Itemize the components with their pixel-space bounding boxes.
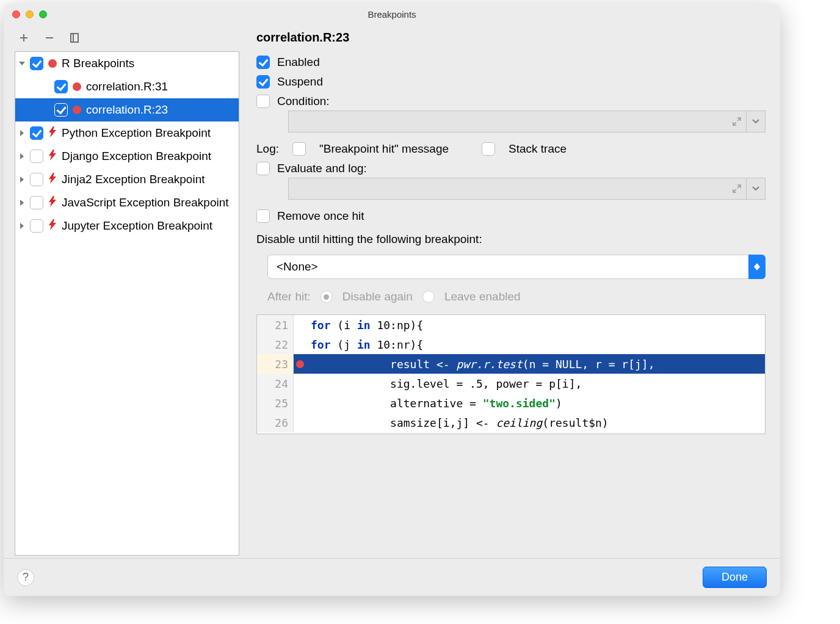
after-hit-leave-radio[interactable] xyxy=(422,291,435,303)
exception-bolt-icon xyxy=(47,197,58,208)
done-button[interactable]: Done xyxy=(703,567,767,588)
after-hit-label: After hit: xyxy=(267,290,311,303)
group-label: Jupyter Exception Breakpoint xyxy=(62,219,212,233)
tree-group[interactable]: JavaScript Exception Breakpoint xyxy=(15,191,239,214)
enabled-checkbox[interactable] xyxy=(256,56,270,69)
gutter[interactable]: 26 xyxy=(257,413,294,432)
disable-until-value: <None> xyxy=(277,260,318,274)
sidebar-toolbar xyxy=(4,24,242,51)
code-line: 24 sig.level = .5, power = p[i], xyxy=(257,374,765,393)
breakpoints-tree[interactable]: R Breakpointscorrelation.R:31correlation… xyxy=(15,51,239,556)
remove-once-hit-checkbox[interactable] xyxy=(256,209,270,223)
expand-icon[interactable] xyxy=(733,184,741,193)
gutter[interactable]: 22 xyxy=(257,335,294,354)
tree-group[interactable]: Jinja2 Exception Breakpoint xyxy=(15,168,239,191)
gutter[interactable]: 24 xyxy=(257,374,294,393)
item-checkbox[interactable] xyxy=(54,103,68,117)
gutter[interactable]: 21 xyxy=(257,315,294,335)
group-by-button[interactable] xyxy=(68,31,82,45)
item-checkbox[interactable] xyxy=(54,80,68,93)
group-label: R Breakpoints xyxy=(62,57,134,70)
code-line: 22 for (j in 10:nr){ xyxy=(257,335,765,354)
code-preview: 21 for (i in 10:np){22 for (j in 10:nr){… xyxy=(256,314,766,434)
svg-rect-0 xyxy=(46,37,53,38)
group-checkbox[interactable] xyxy=(30,57,43,70)
svg-rect-2 xyxy=(73,34,74,42)
code-text: samsize[i,j] <- ceiling(result$n) xyxy=(294,413,609,432)
code-text: sig.level = .5, power = p[i], xyxy=(294,374,582,393)
remove-once-hit-label: Remove once hit xyxy=(277,209,364,223)
tree-group[interactable]: Python Exception Breakpoint xyxy=(15,122,239,145)
code-text: alternative = "two.sided") xyxy=(294,393,562,413)
group-label: Python Exception Breakpoint xyxy=(62,126,211,140)
after-hit-disable-radio[interactable] xyxy=(320,291,333,303)
chevron-right-icon[interactable] xyxy=(18,153,26,159)
after-hit-row: After hit: Disable again Leave enabled xyxy=(267,290,766,303)
breakpoint-dot-icon xyxy=(71,81,82,92)
exception-bolt-icon xyxy=(47,128,58,139)
group-checkbox[interactable] xyxy=(30,219,43,233)
group-checkbox[interactable] xyxy=(30,173,43,186)
tree-group[interactable]: R Breakpoints xyxy=(15,52,239,75)
breakpoint-dot-icon xyxy=(47,58,58,69)
help-button[interactable]: ? xyxy=(17,569,34,586)
code-line: 23 result <- pwr.r.test(n = NULL, r = r[… xyxy=(257,354,765,374)
chevron-right-icon[interactable] xyxy=(18,223,26,229)
enabled-label: Enabled xyxy=(277,56,320,69)
item-label: correlation.R:23 xyxy=(86,103,168,117)
tree-group[interactable]: Jupyter Exception Breakpoint xyxy=(15,214,239,238)
tree-item[interactable]: correlation.R:31 xyxy=(15,75,239,98)
code-text: result <- pwr.r.test(n = NULL, r = r[j], xyxy=(294,354,765,374)
disable-until-select[interactable]: <None> xyxy=(267,255,766,279)
exception-bolt-icon xyxy=(47,151,58,162)
evaluate-log-input[interactable] xyxy=(288,178,746,200)
item-label: correlation.R:31 xyxy=(86,80,168,93)
code-line: 26 samsize[i,j] <- ceiling(result$n) xyxy=(257,413,765,432)
chevron-right-icon[interactable] xyxy=(18,176,26,183)
evaluate-log-label: Evaluate and log: xyxy=(277,162,367,175)
condition-history-dropdown[interactable] xyxy=(746,111,766,132)
group-label: JavaScript Exception Breakpoint xyxy=(62,196,229,209)
group-checkbox[interactable] xyxy=(30,150,43,163)
disable-until-label: Disable until hitting the following brea… xyxy=(256,233,766,246)
select-stepper-icon xyxy=(748,255,766,279)
after-hit-disable-label: Disable again xyxy=(342,290,413,303)
suspend-label: Suspend xyxy=(277,75,323,89)
evaluate-log-checkbox[interactable] xyxy=(256,162,270,175)
breakpoint-dot-icon[interactable] xyxy=(296,360,304,368)
group-checkbox[interactable] xyxy=(30,196,43,209)
stack-trace-checkbox[interactable] xyxy=(482,142,495,156)
breakpoints-window: Breakpoints R Breakpointscorrelation.R:3… xyxy=(4,4,780,596)
breakpoint-detail-panel: correlation.R:23 Enabled Suspend Conditi… xyxy=(242,24,780,558)
expand-icon[interactable] xyxy=(733,117,741,126)
svg-rect-1 xyxy=(71,34,78,42)
titlebar: Breakpoints xyxy=(4,4,780,24)
chevron-down-icon[interactable] xyxy=(18,60,26,67)
gutter[interactable]: 25 xyxy=(257,393,294,413)
tree-item[interactable]: correlation.R:23 xyxy=(15,98,239,122)
stack-trace-label: Stack trace xyxy=(509,142,567,156)
code-line: 21 for (i in 10:np){ xyxy=(257,315,765,335)
code-text: for (j in 10:nr){ xyxy=(294,335,423,354)
remove-breakpoint-button[interactable] xyxy=(43,31,56,45)
add-breakpoint-button[interactable] xyxy=(17,31,31,45)
condition-input[interactable] xyxy=(288,111,746,132)
tree-group[interactable]: Django Exception Breakpoint xyxy=(15,145,239,168)
code-line: 25 alternative = "two.sided") xyxy=(257,393,765,413)
log-label: Log: xyxy=(256,142,279,156)
log-hit-checkbox[interactable] xyxy=(292,142,306,156)
condition-checkbox[interactable] xyxy=(256,95,270,108)
gutter[interactable]: 23 xyxy=(257,354,294,374)
breakpoint-dot-icon xyxy=(71,104,82,115)
group-checkbox[interactable] xyxy=(30,126,43,140)
suspend-checkbox[interactable] xyxy=(256,75,270,89)
chevron-right-icon[interactable] xyxy=(18,200,26,206)
after-hit-leave-label: Leave enabled xyxy=(444,290,521,303)
condition-label: Condition: xyxy=(277,95,330,108)
dialog-footer: ? Done xyxy=(4,558,780,596)
breakpoints-sidebar: R Breakpointscorrelation.R:31correlation… xyxy=(4,24,242,558)
group-label: Django Exception Breakpoint xyxy=(62,150,211,163)
window-title: Breakpoints xyxy=(4,9,780,20)
chevron-right-icon[interactable] xyxy=(18,130,26,136)
evaluate-log-history-dropdown[interactable] xyxy=(746,178,766,200)
